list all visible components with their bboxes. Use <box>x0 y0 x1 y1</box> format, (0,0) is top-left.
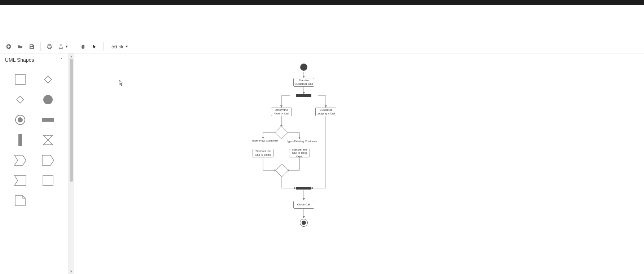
cursor-icon <box>119 79 124 86</box>
shape-send-signal[interactable] <box>41 154 54 167</box>
shape-note[interactable] <box>14 194 27 207</box>
toolbar: ▼ 56 % ▼ <box>0 40 644 53</box>
initial-node[interactable] <box>300 64 307 71</box>
export-button[interactable]: ▼ <box>56 42 70 52</box>
shape-palette-sidebar: UML Shapes ⌃ <box>0 53 69 274</box>
svg-rect-2 <box>8 46 10 47</box>
shape-fork-vertical[interactable] <box>14 134 27 147</box>
diagram-canvas[interactable]: Receive Customer Call Determine Type of … <box>74 53 644 274</box>
activity-transfer-helpdesk[interactable]: Transfer the Call to Help Desk <box>289 149 310 157</box>
chevron-down-icon: ▼ <box>125 45 128 48</box>
separator <box>103 42 104 51</box>
pan-tool-button[interactable] <box>78 42 88 52</box>
shape-square[interactable] <box>41 174 54 187</box>
activity-customer-logging[interactable]: Customer Logging a Call <box>315 108 336 116</box>
svg-rect-3 <box>30 45 32 46</box>
shape-fork-horizontal[interactable] <box>41 113 54 126</box>
zoom-value: 56 % <box>111 44 123 49</box>
print-button[interactable] <box>44 42 54 52</box>
scroll-thumb[interactable] <box>70 59 73 182</box>
shape-final-node[interactable] <box>14 113 27 126</box>
svg-rect-10 <box>17 96 24 103</box>
save-button[interactable] <box>27 42 37 52</box>
new-button[interactable] <box>4 42 14 52</box>
sidebar-scrollbar[interactable]: ▲ ▼ <box>69 53 74 274</box>
shape-accept-flag[interactable] <box>14 174 27 187</box>
svg-point-13 <box>18 117 23 122</box>
svg-rect-15 <box>18 134 22 146</box>
shape-grid <box>0 66 68 214</box>
shape-time-event[interactable] <box>41 134 54 147</box>
edge-label-new-customer: type=New Customer <box>252 139 279 142</box>
window-top-bar <box>0 0 644 5</box>
activity-determine-type[interactable]: Determine Type of Call <box>271 108 292 116</box>
palette-title: UML Shapes <box>5 57 34 63</box>
shape-accept-event[interactable] <box>14 154 27 167</box>
join-bar[interactable] <box>296 187 311 190</box>
pointer-tool-button[interactable] <box>89 42 100 52</box>
scroll-down-arrow[interactable]: ▼ <box>69 269 74 274</box>
scroll-up-arrow[interactable]: ▲ <box>69 53 74 59</box>
activity-receive-call[interactable]: Receive Customer Call <box>293 78 314 87</box>
zoom-dropdown[interactable]: 56 % ▼ <box>111 44 128 49</box>
activity-close-call[interactable]: Close Call <box>293 201 314 209</box>
merge-node[interactable] <box>275 164 289 177</box>
separator <box>74 42 74 51</box>
svg-rect-8 <box>15 74 25 84</box>
separator <box>40 42 41 51</box>
svg-rect-9 <box>44 76 52 83</box>
fork-bar-1[interactable] <box>296 94 311 97</box>
open-button[interactable] <box>15 42 25 52</box>
chevron-up-icon: ⌃ <box>60 57 63 62</box>
final-node[interactable] <box>300 219 308 227</box>
svg-rect-4 <box>31 47 33 48</box>
edge-label-existing-customer: type=Existing Customer <box>287 140 317 143</box>
shape-initial-node[interactable] <box>41 93 54 106</box>
decision-node-1[interactable] <box>275 126 288 139</box>
svg-rect-16 <box>43 175 53 186</box>
shape-decision[interactable] <box>41 73 54 86</box>
shape-merge[interactable] <box>14 93 27 106</box>
svg-rect-7 <box>48 47 51 48</box>
activity-transfer-sales[interactable]: Transfer the Call to Sales <box>253 149 273 157</box>
svg-rect-14 <box>42 118 54 122</box>
shape-rectangle[interactable] <box>14 73 27 86</box>
header-blank <box>0 5 644 40</box>
svg-point-11 <box>43 95 53 104</box>
palette-header[interactable]: UML Shapes ⌃ <box>0 53 68 66</box>
